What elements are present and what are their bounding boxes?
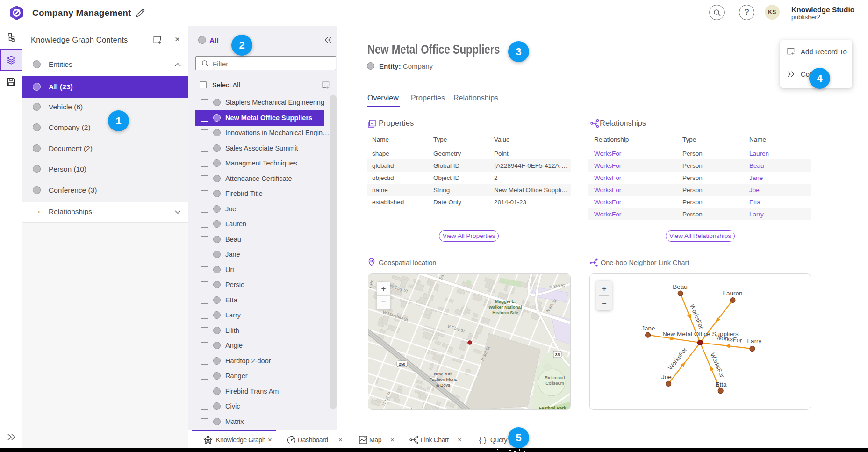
svg-text:Richmond: Richmond xyxy=(545,375,565,380)
svg-text:New York: New York xyxy=(434,371,452,376)
svg-text:Maggie L.: Maggie L. xyxy=(495,299,516,304)
svg-text:Larry: Larry xyxy=(747,337,762,344)
svg-text:Joe: Joe xyxy=(661,373,672,380)
svg-text:Historic Site: Historic Site xyxy=(492,310,518,315)
svg-text:& Boys: & Boys xyxy=(436,382,450,387)
svg-text:Jane: Jane xyxy=(641,325,655,332)
svg-text:Festival Park: Festival Park xyxy=(539,405,567,409)
svg-text:+: + xyxy=(602,284,607,294)
svg-text:−: − xyxy=(602,299,607,308)
svg-text:Coliseum: Coliseum xyxy=(545,380,564,386)
svg-text:Etta: Etta xyxy=(715,381,727,388)
svg-text:Lauren: Lauren xyxy=(723,290,742,297)
svg-text:Beau: Beau xyxy=(673,283,688,290)
svg-text:Walker National: Walker National xyxy=(489,304,522,309)
svg-text:−: − xyxy=(381,298,386,307)
svg-text:250: 250 xyxy=(399,362,405,366)
svg-text:33: 33 xyxy=(555,352,560,357)
svg-text:+: + xyxy=(381,284,386,293)
svg-text:Fashion Mens: Fashion Mens xyxy=(429,377,457,382)
